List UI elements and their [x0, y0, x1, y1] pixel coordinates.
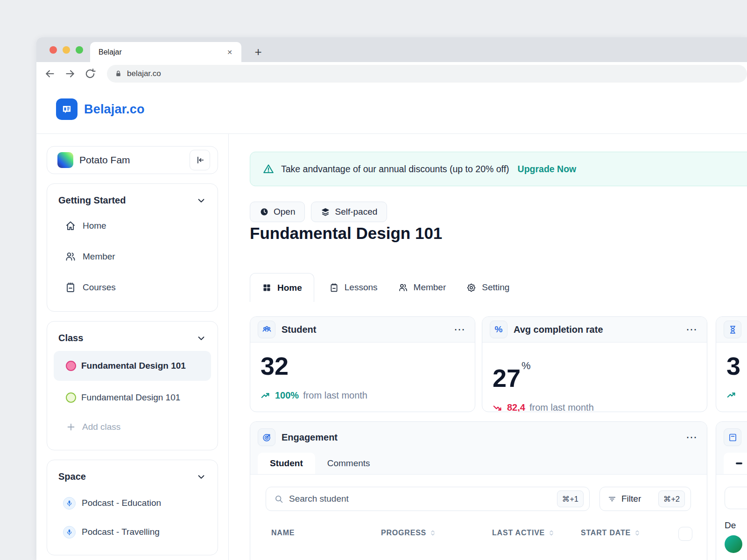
browser-tab[interactable]: Belajar ✕: [90, 42, 241, 62]
warning-triangle-icon: [262, 163, 275, 175]
engagement-tab-student[interactable]: Student: [258, 453, 315, 474]
tab-label: Setting: [482, 282, 509, 293]
browser-window: Belajar ✕ + belajar.co Belajar.co Potato…: [36, 37, 747, 560]
browser-toolbar: belajar.co: [36, 62, 747, 85]
tab-label: Home: [277, 283, 302, 293]
engagement-panel: Engagement ⋯ Student Comments ⌘+1: [250, 421, 707, 560]
trend-value: 82,4: [507, 402, 525, 412]
stat-value-fragment: 3: [726, 352, 747, 380]
collapse-sidebar-button[interactable]: [190, 150, 210, 170]
engagement-tabs: Student Comments: [258, 453, 698, 474]
trend-text: from last month: [303, 390, 367, 401]
panel-title: Engagement: [282, 432, 686, 443]
stat-card-student: Student ⋯ 32 100% from last month: [250, 316, 475, 412]
column-last-active[interactable]: LAST ACTIVE: [492, 529, 555, 537]
reload-icon[interactable]: [84, 68, 96, 80]
banner-message: Take andvantage of our annual discounts …: [281, 164, 509, 175]
chevron-down-icon[interactable]: [196, 333, 206, 343]
sort-icon[interactable]: [634, 529, 641, 537]
chevron-down-icon[interactable]: [196, 472, 206, 482]
add-class-button[interactable]: Add class: [58, 413, 206, 441]
sidebar-item-courses[interactable]: Courses: [58, 272, 206, 303]
trend-value: 100%: [275, 390, 299, 401]
lock-icon: [114, 70, 122, 77]
close-window-button[interactable]: [49, 46, 57, 54]
address-bar[interactable]: belajar.co: [107, 65, 747, 83]
sidebar-item-member[interactable]: Member: [58, 241, 206, 272]
collapse-left-icon: [195, 155, 205, 165]
maximize-window-button[interactable]: [76, 46, 83, 54]
window-controls: [49, 46, 83, 54]
panel-tab-partial[interactable]: [724, 453, 747, 474]
search-shortcut-badge: ⌘+1: [557, 490, 584, 507]
column-start-date[interactable]: START DATE: [581, 529, 641, 537]
back-icon[interactable]: [44, 68, 56, 80]
class-item-selected[interactable]: Fundamental Design 101: [54, 351, 211, 381]
sort-icon[interactable]: [429, 529, 437, 537]
badge-label: Self-paced: [335, 207, 377, 217]
upgrade-now-link[interactable]: Upgrade Now: [518, 164, 577, 175]
tab-close-icon[interactable]: ✕: [225, 47, 235, 57]
sort-icon[interactable]: [548, 529, 555, 537]
plus-icon: [66, 422, 76, 432]
panel-icon: [724, 428, 741, 446]
course-tabs: Home Lessons Member Setting: [250, 273, 520, 302]
sidebar-item-home[interactable]: Home: [58, 210, 206, 241]
badge-label: Open: [274, 207, 295, 217]
column-label: START DATE: [581, 529, 631, 537]
class-item[interactable]: Fundamental Design 101: [54, 383, 211, 413]
stat-title: Student: [282, 324, 454, 335]
filter-label: Filter: [621, 494, 654, 504]
search-student-box[interactable]: ⌘+1: [266, 487, 590, 511]
badge-self-paced: Self-paced: [311, 202, 387, 222]
notebook-icon: [329, 283, 339, 293]
space-item-podcast-travelling[interactable]: Podcast - Travelling: [58, 518, 206, 546]
tab-text-fragment: [736, 462, 742, 464]
more-menu-icon[interactable]: ⋯: [686, 327, 698, 332]
workspace-switcher[interactable]: Potato Fam: [47, 146, 218, 174]
tab-home[interactable]: Home: [250, 273, 314, 302]
tab-member[interactable]: Member: [388, 273, 457, 302]
sidebar: Potato Fam Getting Started Home Member: [36, 134, 229, 560]
stat-card-partial: 3: [716, 316, 747, 412]
chevron-down-icon[interactable]: [196, 196, 206, 206]
header-checkbox[interactable]: [678, 527, 692, 541]
partial-text: De: [725, 520, 747, 531]
column-name: NAME: [271, 529, 295, 537]
class-item-label: Fundamental Design 101: [81, 392, 180, 403]
tab-setting[interactable]: Setting: [456, 273, 520, 302]
people-icon: [398, 283, 408, 293]
more-menu-icon[interactable]: ⋯: [454, 327, 465, 332]
column-label: LAST ACTIVE: [492, 529, 545, 537]
search-icon: [274, 494, 284, 504]
trend-down-icon: [493, 403, 503, 413]
column-label: PROGRESS: [381, 529, 426, 537]
section-getting-started: Getting Started Home Member Courses: [47, 183, 218, 312]
tab-lessons[interactable]: Lessons: [319, 273, 388, 302]
engagement-tab-comments[interactable]: Comments: [315, 453, 382, 474]
browser-tab-title: Belajar: [99, 48, 225, 56]
stat-unit: %: [521, 360, 531, 371]
filter-button[interactable]: Filter ⌘+2: [599, 487, 691, 511]
search-student-input[interactable]: [289, 494, 557, 504]
more-menu-icon[interactable]: ⋯: [686, 435, 698, 440]
column-progress[interactable]: PROGRESS: [381, 529, 437, 537]
brand-name[interactable]: Belajar.co: [84, 102, 145, 117]
trend-text: from last month: [529, 402, 594, 412]
target-icon: [258, 428, 275, 446]
trend-up-icon: [726, 390, 737, 400]
right-partial-panel: De: [716, 421, 747, 560]
add-class-label: Add class: [82, 422, 120, 432]
workspace-name: Potato Fam: [79, 154, 190, 166]
belajar-logo-icon[interactable]: [56, 98, 78, 120]
forward-icon[interactable]: [64, 68, 76, 80]
space-item-podcast-education[interactable]: Podcast - Education: [58, 489, 206, 518]
partial-input[interactable]: [725, 487, 747, 509]
page-title: Fundamental Design 101: [250, 224, 442, 243]
layers-icon: [321, 207, 330, 217]
column-label: NAME: [271, 529, 295, 537]
stat-title: Avg completion rate: [514, 324, 686, 335]
new-tab-button[interactable]: +: [250, 44, 266, 60]
tab-label: Lessons: [345, 282, 378, 293]
minimize-window-button[interactable]: [63, 46, 70, 54]
